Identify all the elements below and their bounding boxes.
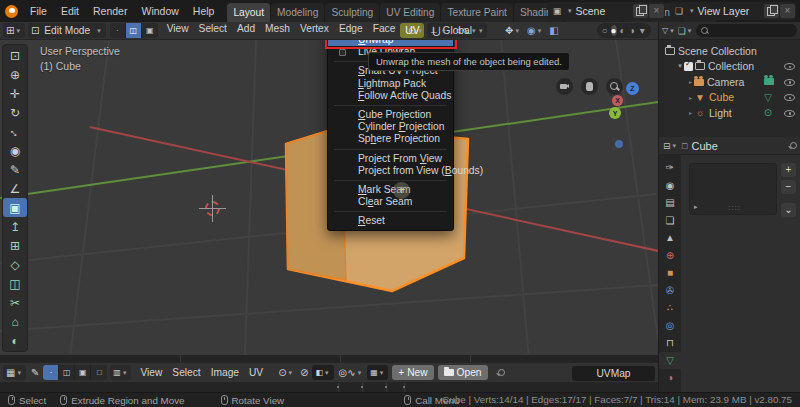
properties-tab-output[interactable]: ▤ [659, 194, 681, 212]
properties-tab-constraints[interactable]: ⊓ [659, 334, 681, 352]
wireframe-shading-icon[interactable]: ○ [602, 25, 608, 36]
properties-tab-particles[interactable]: ∴ [659, 299, 681, 317]
branch-icon[interactable]: ▸ [687, 78, 694, 85]
viewport-menu-select[interactable]: Select [194, 23, 232, 38]
menu-edit[interactable]: Edit [54, 0, 86, 22]
menu-item-cylinder-projection[interactable]: Cylinder Projection [328, 121, 453, 133]
uv-editor-menu-uv[interactable]: UV [244, 367, 268, 378]
viewport-menu-add[interactable]: Add [232, 23, 260, 38]
tool-annotate[interactable]: ✎ [3, 160, 27, 179]
uv-proportional-icon[interactable]: ◎ [339, 367, 348, 378]
branch-icon[interactable]: ▸ [687, 94, 694, 101]
new-scene-button[interactable] [633, 4, 648, 18]
outliner-row-camera[interactable]: ▸Camera [659, 74, 800, 90]
outliner-row-light[interactable]: ▸☼Light⊙ [659, 105, 800, 121]
properties-tab-object[interactable]: ■ [659, 264, 681, 282]
uv-edge-select-button[interactable]: ◫ [59, 365, 75, 380]
uvmap-name-field[interactable]: UVMap [572, 366, 655, 381]
tool-rotate[interactable]: ↻ [3, 103, 27, 122]
outliner-row-cube[interactable]: ▸▼Cube▽ [659, 90, 800, 106]
menu-item-clear-seam[interactable]: Clear Seam [328, 196, 453, 208]
uv-snap-icon[interactable]: ⊘ [300, 367, 308, 378]
solid-shading-icon[interactable]: ● [611, 25, 617, 36]
menu-item-sphere-projection[interactable]: Sphere Projection [328, 133, 453, 145]
outliner-label[interactable]: Cube [706, 91, 734, 103]
gizmo-z-axis[interactable]: Z [626, 82, 639, 95]
disclosure-triangle-icon[interactable]: ▸ [694, 203, 698, 211]
viewport-menu-face[interactable]: Face [368, 23, 401, 38]
workspace-tab-uv-editing[interactable]: UV Editing [380, 3, 440, 22]
properties-tab-object-data[interactable]: ▽ [659, 352, 681, 370]
menu-item-cube-projection[interactable]: Cube Projection [328, 109, 453, 121]
visibility-eye-icon[interactable] [784, 110, 795, 117]
workspace-tab-texture-paint[interactable]: Texture Paint [441, 3, 512, 22]
checkbox-icon[interactable] [339, 49, 346, 56]
editor-type-button[interactable]: ⊞ ▾ [3, 23, 25, 38]
menu-item-mark-seam[interactable]: Mark Seam [328, 184, 453, 196]
menu-item-lightmap-pack[interactable]: Lightmap Pack [328, 78, 453, 90]
workspace-tab-modeling[interactable]: Modeling [271, 3, 324, 22]
tool-scale[interactable]: ↔ [3, 122, 27, 141]
gizmo-axis-ball[interactable] [615, 140, 623, 148]
add-item-button[interactable]: + [781, 163, 796, 177]
snap-magnet-icon[interactable]: ⋃ [432, 25, 440, 36]
image-browse-dropdown[interactable]: ▦ ▾ [367, 365, 388, 380]
mode-dropdown[interactable]: ⊡ Edit Mode ▾ [28, 23, 106, 38]
visibility-eye-icon[interactable] [784, 79, 795, 86]
menu-window[interactable]: Window [134, 0, 185, 22]
outliner-label[interactable]: Scene Collection [675, 45, 757, 57]
face-select-button[interactable]: ▣ [142, 23, 158, 38]
workspace-tab-sculpting[interactable]: Sculpting [325, 3, 379, 22]
camera-view-icon[interactable] [556, 78, 573, 95]
tool-measure[interactable]: ∠ [3, 179, 27, 198]
uv-editor-menu-select[interactable]: Select [167, 367, 205, 378]
outliner-search-input[interactable] [696, 24, 797, 37]
scene-name[interactable]: Scene [574, 5, 633, 17]
menu-help[interactable]: Help [186, 0, 222, 22]
properties-tab-modifiers[interactable]: ✇ [659, 282, 681, 300]
specials-menu-button[interactable]: ⌄ [781, 203, 796, 217]
menu-render[interactable]: Render [86, 0, 134, 22]
pin-icon[interactable] [788, 141, 797, 150]
outliner-row-scene-collection[interactable]: Scene Collection [659, 43, 800, 59]
workspace-tab-layout[interactable]: Layout [227, 3, 270, 22]
properties-tab-physics[interactable]: ◎ [659, 317, 681, 335]
tool-poly-build[interactable]: ⌂ [3, 312, 27, 331]
rendered-shading-icon[interactable]: ◑ [629, 25, 635, 36]
outliner-label[interactable]: Collection [705, 60, 754, 72]
branch-icon[interactable]: ▸ [687, 109, 694, 116]
tool-knife[interactable]: ✂ [3, 293, 27, 312]
uv-face-select-button[interactable]: ▣ [75, 365, 91, 380]
view-layer-name[interactable]: View Layer [696, 5, 764, 17]
tool-inset-faces[interactable]: ⊞ [3, 236, 27, 255]
move-view-hand-icon[interactable] [581, 78, 598, 95]
tool-transform[interactable]: ◉ [3, 141, 27, 160]
overlays-icon[interactable]: ◉ [527, 25, 536, 36]
view-layer-selector[interactable]: ❏ ▾ View Layer × [670, 2, 796, 20]
visibility-eye-icon[interactable] [784, 94, 795, 101]
menu-item-project-from-view-bounds-[interactable]: Project from View (Bounds) [328, 165, 453, 177]
delete-view-layer-button[interactable]: × [780, 4, 795, 18]
uv-editor-type-button[interactable]: ▦ ▾ [3, 365, 26, 380]
properties-tab-tool[interactable]: ✑ [659, 159, 681, 177]
visibility-eye-icon[interactable] [784, 63, 795, 70]
uv-falloff-icon[interactable]: ∿ [347, 367, 355, 378]
expander-icon[interactable]: ▾ [676, 62, 684, 70]
outliner-label[interactable]: Light [706, 107, 732, 119]
viewport-menu-vertex[interactable]: Vertex [295, 23, 334, 38]
pin-icon[interactable] [496, 368, 505, 377]
tool-bevel[interactable]: ◇ [3, 255, 27, 274]
tool-spin[interactable]: ◐ [3, 331, 27, 350]
tool-extrude-region[interactable]: ↥ [3, 217, 27, 236]
properties-editor-icon[interactable]: ⊟ [663, 141, 671, 151]
properties-tab-world[interactable]: ⊕ [659, 247, 681, 265]
show-gizmo-icon[interactable]: ✥ [505, 25, 513, 36]
pivot-point-icon[interactable]: ⊙ [408, 25, 416, 36]
xray-toggle-icon[interactable]: ◧ [549, 25, 558, 36]
viewport-menu-view[interactable]: View [162, 23, 194, 38]
uv-editor-menu-image[interactable]: Image [206, 367, 244, 378]
sticky-selection-dropdown[interactable]: ▥ ▾ [110, 365, 131, 380]
uv-vertex-select-button[interactable]: ∙ [43, 365, 59, 380]
remove-item-button[interactable]: − [781, 180, 796, 194]
scene-selector[interactable]: ▣ ▾ Scene × [548, 2, 665, 20]
